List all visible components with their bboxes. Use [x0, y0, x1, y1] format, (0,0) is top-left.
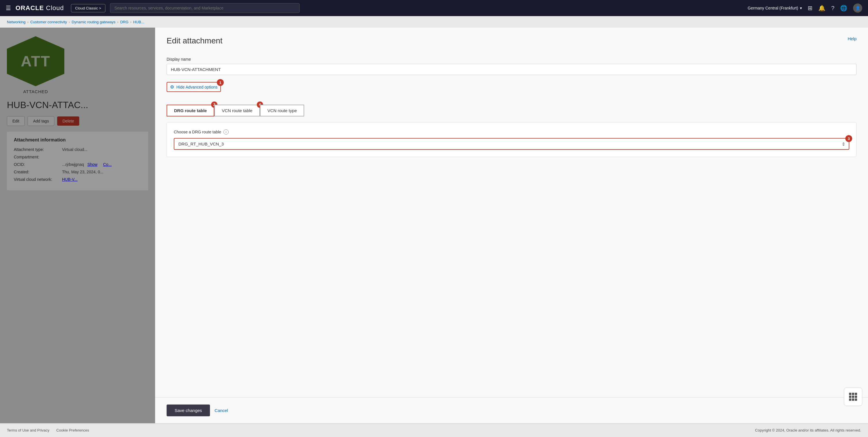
search-input[interactable]: [110, 3, 300, 13]
breadcrumb-drg[interactable]: DRG: [120, 20, 128, 24]
drg-route-table-tab-wrapper: DRG route table 2: [166, 105, 214, 116]
panel-footer: Save changes Cancel: [155, 397, 868, 423]
globe-icon[interactable]: 🌐: [840, 5, 847, 11]
panel-header: Edit attachment Help: [155, 28, 868, 51]
cancel-button[interactable]: Cancel: [215, 408, 228, 413]
hide-advanced-options-toggle[interactable]: ⚙ Hide Advanced options 1: [166, 82, 221, 92]
panel-body: Display name ⚙ Hide Advanced options 1 D…: [155, 51, 868, 397]
breadcrumb-sep-3: ›: [117, 20, 118, 24]
cloud-classic-button[interactable]: Cloud Classic >: [71, 4, 106, 12]
display-name-label: Display name: [166, 57, 857, 61]
save-changes-button[interactable]: Save changes: [166, 405, 210, 416]
nav-right-section: Germany Central (Frankfurt) ▾ ⊞ 🔔 ? 🌐 👤: [748, 3, 862, 13]
advanced-options-section: ⚙ Hide Advanced options 1: [166, 82, 221, 92]
edit-attachment-panel: Edit attachment Help Display name ⚙ Hide…: [155, 28, 868, 423]
footer-links: Terms of Use and Privacy Cookie Preferen…: [7, 428, 89, 432]
vcn-route-type-tab[interactable]: VCN route type: [260, 105, 305, 116]
bottom-bar: Terms of Use and Privacy Cookie Preferen…: [0, 423, 868, 437]
breadcrumb-hub[interactable]: HUB...: [133, 20, 144, 24]
display-name-group: Display name: [166, 57, 857, 75]
support-grid-icon: [849, 393, 857, 401]
breadcrumb-customer-connectivity[interactable]: Customer connectivity: [30, 20, 67, 24]
help-icon[interactable]: ?: [831, 5, 834, 11]
oracle-logo: ORACLE Cloud: [16, 4, 64, 12]
drg-route-table-select[interactable]: DRG_RT_HUB_VCN_3 DRG_RT_HUB_VCN_2 DRG_RT…: [174, 139, 849, 149]
breadcrumb-networking[interactable]: Networking: [7, 20, 26, 24]
bell-icon[interactable]: 🔔: [818, 5, 826, 11]
vcn-route-table-tab[interactable]: VCN route table: [214, 105, 260, 116]
drg-route-table-info-icon[interactable]: i: [223, 129, 229, 135]
vcn-route-table-tab-wrapper: VCN route table 4: [214, 105, 260, 116]
console-icon[interactable]: ⊞: [808, 5, 812, 11]
tabs-container: DRG route table 2 VCN route table 4 VCN …: [166, 105, 857, 116]
breadcrumb-sep-1: ›: [27, 20, 28, 24]
terms-link[interactable]: Terms of Use and Privacy: [7, 428, 50, 432]
drg-route-table-select-wrapper: DRG_RT_HUB_VCN_3 DRG_RT_HUB_VCN_2 DRG_RT…: [174, 138, 849, 150]
top-navigation: ☰ ORACLE Cloud Cloud Classic > Germany C…: [0, 0, 868, 16]
hamburger-icon[interactable]: ☰: [6, 5, 11, 11]
drg-route-table-label: Choose a DRG route table i: [174, 129, 849, 135]
breadcrumb-sep-2: ›: [69, 20, 70, 24]
support-widget[interactable]: [844, 387, 862, 406]
sliders-icon: ⚙: [170, 84, 174, 90]
drg-route-table-content: Choose a DRG route table i DRG_RT_HUB_VC…: [166, 122, 857, 157]
region-selector[interactable]: Germany Central (Frankfurt) ▾: [748, 6, 802, 10]
chevron-down-icon: ▾: [800, 6, 802, 10]
cookie-preferences-link[interactable]: Cookie Preferences: [56, 428, 89, 432]
main-content: ATT ATTACHED HUB-VCN-ATTAC... Edit Add t…: [0, 28, 868, 423]
breadcrumb: Networking › Customer connectivity › Dyn…: [0, 16, 868, 28]
help-link[interactable]: Help: [847, 36, 857, 41]
breadcrumb-sep-4: ›: [130, 20, 131, 24]
select-badge-3: 3: [845, 135, 852, 142]
drg-route-table-tab[interactable]: DRG route table: [166, 105, 214, 116]
copyright-text: Copyright © 2024, Oracle and/or its affi…: [755, 428, 861, 432]
avatar[interactable]: 👤: [853, 3, 862, 13]
display-name-input[interactable]: [166, 64, 857, 75]
panel-title: Edit attachment: [166, 36, 223, 46]
advanced-badge-1: 1: [217, 79, 224, 86]
breadcrumb-dynamic-routing-gateways[interactable]: Dynamic routing gateways: [72, 20, 116, 24]
